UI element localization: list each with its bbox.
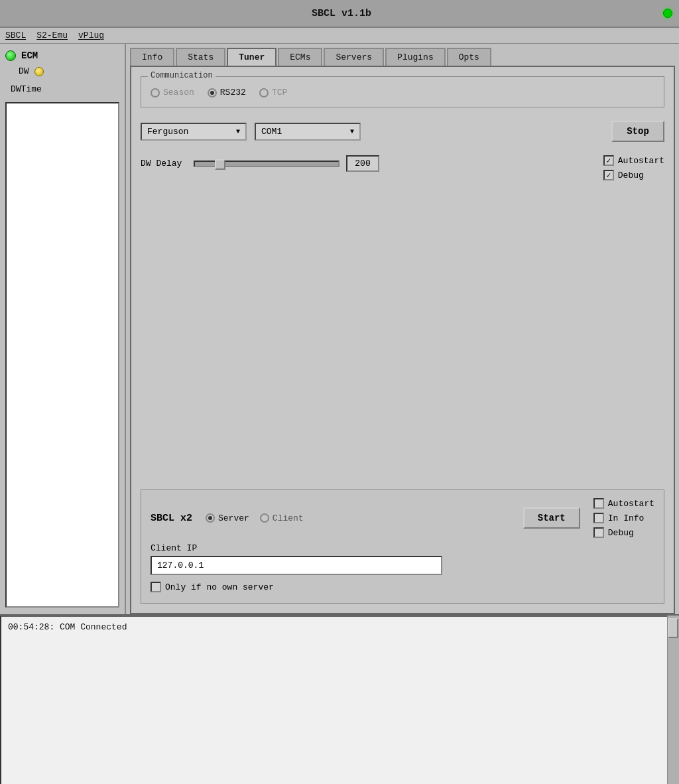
menu-vplug[interactable]: vPlug — [78, 31, 104, 40]
radio-tcp[interactable]: TCP — [259, 88, 287, 98]
radio-circle-tcp — [259, 88, 269, 98]
dw-status-row: DW — [5, 66, 119, 76]
tab-tuner[interactable]: Tuner — [227, 48, 277, 66]
tab-content: Communication Season RS232 TCP — [130, 66, 675, 614]
client-ip-label: Client IP — [151, 543, 654, 553]
start-button[interactable]: Start — [523, 507, 580, 529]
communication-label: Communication — [148, 71, 216, 80]
device-dropdown[interactable]: Ferguson ▼ — [141, 123, 247, 141]
sidebar-edit[interactable] — [7, 103, 118, 121]
radio-rs232[interactable]: RS232 — [208, 88, 246, 98]
delay-row: DW Delay 200 — [141, 155, 379, 172]
sbcl-x2-title: SBCL x2 — [151, 513, 192, 524]
only-if-no-own-server-item[interactable]: Only if no own server — [151, 582, 274, 592]
log-line-0: 00:54:28: COM Connected — [8, 622, 663, 632]
ininfo-checkbox[interactable] — [593, 513, 604, 523]
radio-rs232-label: RS232 — [220, 88, 246, 98]
tab-plugins[interactable]: Plugins — [385, 48, 446, 66]
dw-led — [34, 67, 44, 76]
log-area-wrapper: 00:54:28: COM Connected — [0, 614, 679, 784]
sbcl-checkboxes: Autostart In Info Debug — [593, 498, 654, 538]
autostart1-checkbox[interactable] — [603, 155, 614, 166]
radio-circle-rs232 — [208, 88, 217, 98]
tab-servers[interactable]: Servers — [324, 48, 384, 66]
sbcl-server-radio[interactable]: Server — [206, 513, 249, 523]
main-layout: ECM DW DWTime Info Stats Tuner ECMs Serv… — [0, 44, 679, 614]
sbcl-client-radio[interactable]: Client — [260, 513, 304, 523]
menu-s2emu[interactable]: S2-Emu — [36, 31, 68, 40]
ecm-label: ECM — [21, 50, 38, 61]
ecm-status-row: ECM — [5, 50, 119, 61]
status-indicator — [663, 9, 672, 18]
dw-label: DW — [19, 66, 29, 76]
ininfo-item[interactable]: In Info — [593, 513, 654, 523]
radio-circle-server — [206, 513, 215, 523]
sbcl-x2-section: SBCL x2 Server Client Start — [141, 490, 664, 604]
debug2-item[interactable]: Debug — [593, 527, 654, 538]
debug2-label: Debug — [608, 528, 634, 538]
port-dropdown[interactable]: COM1 ▼ — [255, 123, 361, 141]
debug1-checkbox[interactable] — [603, 170, 614, 180]
ininfo-label: In Info — [608, 513, 645, 523]
sbcl-header-row: SBCL x2 Server Client Start — [151, 498, 654, 538]
sbcl-client-label: Client — [273, 513, 304, 523]
autostart2-checkbox[interactable] — [593, 498, 604, 509]
sbcl-server-label: Server — [218, 513, 249, 523]
debug1-label: Debug — [618, 170, 644, 180]
delay-label: DW Delay — [141, 159, 187, 168]
tuner-checkboxes: Autostart Debug — [603, 155, 664, 180]
radio-circle-client — [260, 513, 269, 523]
log-area: 00:54:28: COM Connected — [0, 616, 679, 784]
autostart2-label: Autostart — [608, 499, 654, 509]
dwtime-label: DWTime — [5, 84, 119, 94]
title-bar: SBCL v1.1b — [0, 0, 679, 28]
device-dropdown-value: Ferguson — [147, 127, 188, 137]
sbcl-bottom-row: Only if no own server — [151, 582, 654, 592]
ecm-led — [5, 50, 16, 61]
title-bar-text: SBCL v1.1b — [20, 8, 663, 19]
radio-tcp-label: TCP — [272, 88, 287, 98]
autostart1-item[interactable]: Autostart — [603, 155, 664, 166]
communication-radio-row: Season RS232 TCP — [151, 88, 654, 98]
port-dropdown-value: COM1 — [261, 127, 282, 137]
communication-group: Communication Season RS232 TCP — [141, 76, 664, 107]
device-dropdown-arrow: ▼ — [236, 128, 240, 135]
radio-season[interactable]: Season — [151, 88, 194, 98]
debug2-checkbox[interactable] — [593, 527, 604, 538]
dw-delay-slider[interactable] — [194, 161, 340, 167]
radio-season-label: Season — [163, 88, 194, 98]
debug1-item[interactable]: Debug — [603, 170, 664, 180]
sbcl-mode-row: Server Client — [206, 513, 304, 523]
delay-value: 200 — [346, 155, 379, 172]
client-ip-input[interactable] — [151, 556, 442, 575]
port-dropdown-arrow: ▼ — [350, 128, 354, 135]
stop-button[interactable]: Stop — [611, 121, 664, 142]
autostart2-item[interactable]: Autostart — [593, 498, 654, 509]
sidebar: ECM DW DWTime — [0, 44, 126, 614]
menu-sbcl[interactable]: SBCL — [5, 31, 26, 40]
menu-bar: SBCL S2-Emu vPlug — [0, 28, 679, 44]
tabs-row: Info Stats Tuner ECMs Servers Plugins Op… — [130, 48, 675, 66]
radio-circle-season — [151, 88, 160, 98]
only-if-checkbox[interactable] — [151, 582, 161, 592]
slider-thumb[interactable] — [215, 159, 225, 170]
log-scrollbar[interactable] — [667, 616, 679, 784]
tab-area: Info Stats Tuner ECMs Servers Plugins Op… — [126, 44, 679, 614]
only-if-label: Only if no own server — [165, 582, 274, 592]
tab-ecms[interactable]: ECMs — [278, 48, 322, 66]
sidebar-text-area — [5, 102, 119, 608]
tab-opts[interactable]: Opts — [447, 48, 491, 66]
tab-info[interactable]: Info — [130, 48, 174, 66]
tab-stats[interactable]: Stats — [176, 48, 225, 66]
autostart1-label: Autostart — [618, 156, 664, 166]
log-scrollbar-thumb[interactable] — [668, 618, 678, 638]
spacer — [141, 191, 664, 479]
